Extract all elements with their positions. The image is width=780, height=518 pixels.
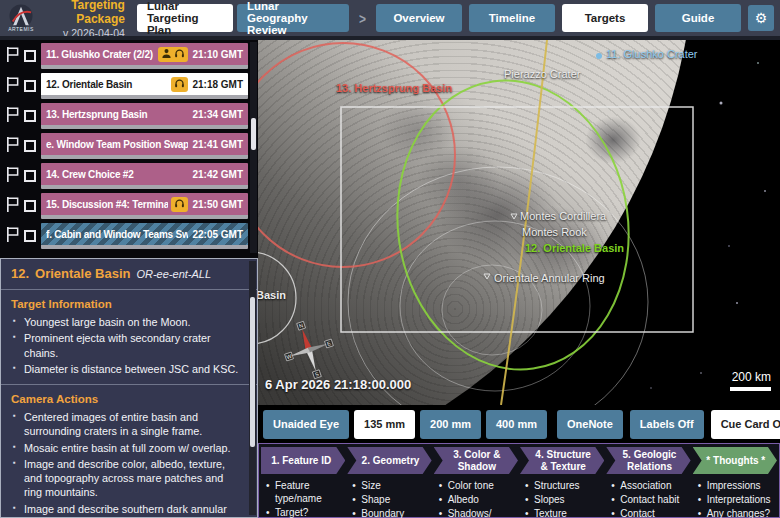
tool-button-onenote[interactable]: OneNote	[557, 410, 623, 439]
target-number: 12.	[11, 266, 29, 281]
detail-bullet: Prominent ejecta with secondary crater c…	[11, 331, 241, 360]
timeline-scrollbar-thumb[interactable]	[251, 118, 256, 150]
flag-icon[interactable]	[5, 106, 20, 127]
plan-tabs: Lunar Targeting PlanLunar Geography Revi…	[137, 4, 349, 32]
artemis-logo-icon: ARTEMIS	[6, 4, 36, 32]
timeline-scrollbar[interactable]	[250, 42, 257, 253]
detail-bullet: Mosaic entire basin at full zoom w/ over…	[11, 441, 241, 455]
workflow-step-bullets: Color toneAlbedoShadows/ illumination	[434, 479, 518, 518]
timeline-row-card[interactable]: 15. Discussion #4: Terminator21:50 GMT	[41, 193, 248, 219]
nav-buttons: OverviewTimelineTargetsGuide	[376, 4, 741, 32]
nav-targets[interactable]: Targets	[562, 4, 648, 32]
flag-icon[interactable]	[5, 76, 20, 97]
camera-control-bar: Unaided Eye135 mm200 mm400 mm OneNoteLab…	[258, 405, 780, 443]
timeline-row-card[interactable]: f. Cabin and Window Teams Swap22:05 GMT	[41, 223, 248, 249]
workflow-bullet: Feature type/name	[266, 479, 345, 505]
target-detail-sections: Target InformationYoungest large basin o…	[11, 289, 241, 518]
timeline-row-card[interactable]: e. Window Team Position Swap21:41 GMT	[41, 133, 248, 159]
row-badge	[171, 77, 188, 92]
view-buttons: Unaided Eye135 mm200 mm400 mm	[263, 410, 547, 439]
section-heading: Target Information	[11, 298, 241, 310]
row-checkbox[interactable]	[24, 110, 36, 122]
map-datetime: 6 Apr 2026 21:18:00.000	[265, 377, 411, 392]
row-time: 21:18 GMT	[192, 79, 243, 90]
row-label: 15. Discussion #4: Terminator	[46, 199, 168, 210]
view-button-200-mm[interactable]: 200 mm	[420, 410, 481, 439]
map-label: 13. Hertzsprung Basin	[336, 82, 452, 94]
moon-map-viewport[interactable]: N E S W 13. Hertzsprung BasinPierazzo Cr…	[258, 40, 780, 405]
row-checkbox[interactable]	[24, 80, 36, 92]
row-time: 21:10 GMT	[192, 49, 243, 60]
workflow-step-title: 5. Geologic Relations	[606, 447, 690, 474]
row-checkbox[interactable]	[24, 230, 36, 242]
flag-icon[interactable]	[5, 196, 20, 217]
view-button-135-mm[interactable]: 135 mm	[354, 410, 415, 439]
nav-overview[interactable]: Overview	[376, 4, 462, 32]
person-icon	[161, 45, 172, 63]
row-badge	[158, 47, 188, 62]
workflow-step-bullets: SizeShapeBoundary Preservation	[347, 479, 431, 518]
map-scale-bar	[730, 387, 771, 391]
meridian-line	[501, 40, 547, 405]
row-label: 11. Glushko Crater (2/2)	[46, 49, 155, 60]
workflow-bullet: Slopes	[525, 493, 604, 506]
workflow-bullet: Impressions	[698, 479, 777, 492]
detail-section: Camera ActionsCentered images of entire …	[11, 393, 241, 518]
tool-button-cue-card-off[interactable]: Cue Card Off	[711, 410, 780, 439]
details-scrollbar[interactable]	[249, 261, 256, 515]
detail-bullet: Diameter is distance between JSC and KSC…	[11, 362, 241, 376]
flag-icon[interactable]	[5, 46, 20, 67]
tool-button-labels-off[interactable]: Labels Off	[630, 410, 704, 439]
details-scrollbar-thumb[interactable]	[250, 297, 255, 447]
flag-icon[interactable]	[5, 166, 20, 187]
tab-lunar-geography-review[interactable]: Lunar Geography Review	[237, 4, 349, 32]
timeline-row: 14. Crew Choice #221:42 GMT	[5, 161, 248, 191]
workflow-step-bullets: StructuresSlopesTexture	[520, 479, 604, 518]
tool-buttons: OneNoteLabels OffCue Card Off	[557, 410, 780, 439]
detail-bullet: Image and describe southern dark annular…	[11, 502, 241, 518]
row-time: 21:34 GMT	[192, 109, 243, 120]
top-bar: ARTEMIS Lunar Targeting Package v 2026-0…	[0, 0, 780, 36]
cordillera-marker	[511, 214, 517, 219]
row-label: 14. Crew Choice #2	[46, 169, 188, 180]
workflow-bullet: Shadows/ illumination	[439, 507, 518, 518]
map-scale: 200 km	[730, 370, 771, 391]
row-badge	[171, 197, 188, 212]
row-label: 13. Hertzsprung Basin	[46, 109, 188, 120]
workflow-step-bullets: AssociationContact habitContact relation…	[606, 479, 690, 518]
settings-button[interactable]: ⚙	[748, 5, 774, 31]
hertzsprung-circle	[258, 43, 455, 267]
view-button-unaided-eye[interactable]: Unaided Eye	[263, 410, 349, 439]
workflow-step: 1. Feature IDFeature type/nameTarget? (y…	[261, 447, 345, 515]
timeline-row-card[interactable]: 14. Crew Choice #221:42 GMT	[41, 163, 248, 189]
row-checkbox[interactable]	[24, 50, 36, 62]
row-checkbox[interactable]	[24, 140, 36, 152]
flag-icon[interactable]	[5, 136, 20, 157]
artemis-logo-text: ARTEMIS	[8, 26, 34, 32]
row-time: 22:05 GMT	[192, 229, 243, 240]
timeline-row-card[interactable]: 12. Orientale Basin21:18 GMT	[41, 73, 248, 99]
workflow-step-title: 3. Color & Shadow	[434, 447, 518, 474]
camera-frame-box	[341, 107, 693, 332]
row-time: 21:50 GMT	[192, 199, 243, 210]
tab-lunar-targeting-plan[interactable]: Lunar Targeting Plan	[137, 4, 233, 32]
row-time: 21:42 GMT	[192, 169, 243, 180]
section-bullets: Centered images of entire basin and surr…	[11, 410, 241, 518]
target-details-panel: 12.Orientale BasinOR-ee-ent-ALL Target I…	[0, 258, 258, 518]
timeline-row-card[interactable]: 13. Hertzsprung Basin21:34 GMT	[41, 103, 248, 129]
timeline-row-card[interactable]: 11. Glushko Crater (2/2)21:10 GMT	[41, 43, 248, 69]
nav-timeline[interactable]: Timeline	[469, 4, 555, 32]
left-panel: 11. Glushko Crater (2/2)21:10 GMT12. Ori…	[0, 40, 258, 518]
row-time: 21:41 GMT	[192, 139, 243, 150]
nav-guide[interactable]: Guide	[655, 4, 741, 32]
view-button-400-mm[interactable]: 400 mm	[486, 410, 547, 439]
row-checkbox[interactable]	[24, 170, 36, 182]
row-checkbox[interactable]	[24, 200, 36, 212]
headphones-icon	[174, 45, 185, 63]
workflow-bullet: Boundary Preservation	[352, 507, 431, 518]
flag-icon[interactable]	[5, 226, 20, 247]
detail-bullet: Image and describe color, albedo, textur…	[11, 457, 241, 500]
section-heading: Camera Actions	[11, 393, 241, 405]
tabs-chevron-icon[interactable]: >	[357, 10, 369, 27]
workflow-bullet: Texture	[525, 507, 604, 518]
